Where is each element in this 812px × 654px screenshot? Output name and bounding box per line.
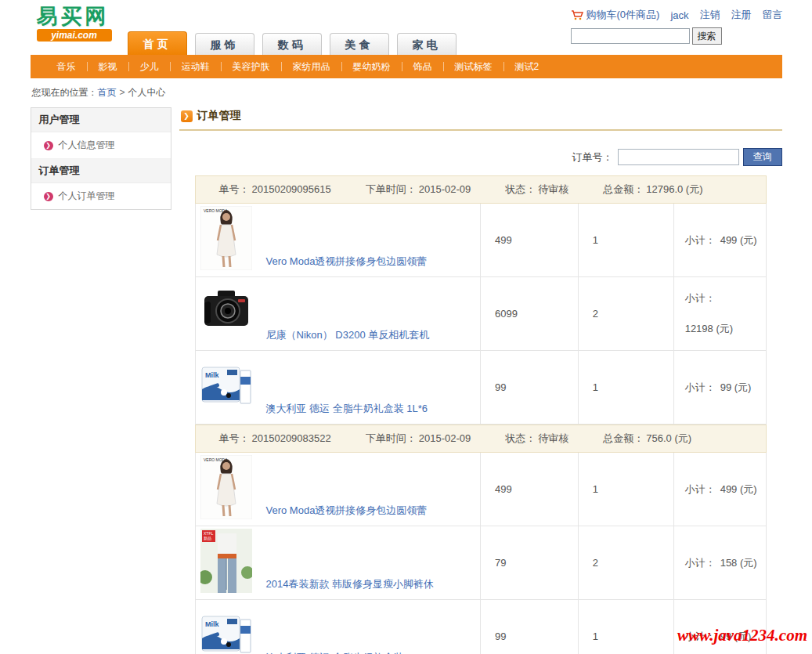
- order-header: 单号：20150209083522 下单时间：2015-02-09 状态：待审核…: [195, 425, 767, 453]
- tab-clothing[interactable]: 服饰: [195, 33, 254, 55]
- subtotal-cell: 小计：499 (元): [674, 453, 767, 526]
- tab-digital[interactable]: 数码: [262, 33, 322, 55]
- product-image-camera[interactable]: [200, 280, 252, 344]
- order-block: 单号：20150209083522 下单时间：2015-02-09 状态：待审核…: [195, 425, 767, 654]
- sidebar-item-label: 个人信息管理: [59, 139, 115, 152]
- tab-home[interactable]: 首页: [128, 31, 187, 55]
- top-links: 购物车(0件商品) jack 注销 注册 留言: [571, 8, 782, 22]
- product-link[interactable]: 澳大利亚 德运 全脂牛奶礼盒装 1L*6: [266, 651, 428, 654]
- subnav-item-textile[interactable]: 家纺用品: [282, 60, 341, 74]
- query-button[interactable]: 查询: [743, 148, 782, 166]
- product-image-milk[interactable]: Milk: [200, 353, 252, 417]
- product-cell: XTFL 新品 2014春装新款 韩版修身显瘦小脚裤休: [196, 526, 481, 599]
- subnav-item-kids[interactable]: 少儿: [129, 60, 170, 74]
- order-no: 单号：20150209083522: [219, 432, 331, 446]
- search-button[interactable]: 搜索: [692, 27, 722, 45]
- sidebar-item-label: 个人订单管理: [59, 190, 115, 203]
- svg-text:新品: 新品: [204, 536, 211, 540]
- cart-icon: [571, 9, 583, 20]
- search-input[interactable]: [571, 28, 690, 44]
- logout-link[interactable]: 注销: [700, 8, 720, 22]
- product-link[interactable]: Vero Moda透视拼接修身包边圆领蕾: [266, 255, 428, 270]
- message-link[interactable]: 留言: [763, 8, 783, 22]
- username-link[interactable]: jack: [670, 9, 688, 21]
- breadcrumb-home-link[interactable]: 首页: [98, 87, 117, 98]
- subnav-item-music[interactable]: 音乐: [46, 60, 87, 74]
- search-row: 搜索: [571, 27, 782, 45]
- product-image-dress[interactable]: VERO MODA: [200, 455, 252, 519]
- orders-list: 单号：20150209095615 下单时间：2015-02-09 状态：待审核…: [195, 175, 767, 654]
- cart-link[interactable]: 购物车(0件商品): [571, 8, 660, 22]
- svg-text:Milk: Milk: [205, 620, 219, 628]
- product-image-milk[interactable]: Milk: [200, 602, 252, 654]
- tab-appliance[interactable]: 家电: [397, 33, 457, 55]
- price-cell: 6099: [481, 277, 579, 350]
- quantity-cell: 1: [579, 453, 674, 526]
- watermark: www.java1234.com: [677, 626, 807, 645]
- tab-food[interactable]: 美食: [330, 33, 389, 55]
- subnav-item-test2[interactable]: 测试2: [504, 60, 550, 74]
- subnav-item-accessory[interactable]: 饰品: [402, 60, 443, 74]
- product-image-jeans[interactable]: XTFL 新品: [200, 529, 252, 593]
- order-no: 单号：20150209095615: [219, 182, 331, 197]
- product-link[interactable]: 2014春装新款 韩版修身显瘦小脚裤休: [266, 577, 435, 593]
- product-cell: Milk: [196, 600, 481, 654]
- price-cell: 499: [481, 453, 579, 526]
- price-cell: 99: [481, 600, 579, 654]
- sidebar-item-personal-info[interactable]: ❯ 个人信息管理: [31, 132, 171, 159]
- subnav-item-beauty[interactable]: 美容护肤: [222, 60, 281, 74]
- product-link[interactable]: 尼康（Nikon） D3200 单反相机套机: [266, 328, 430, 344]
- sidebar-item-personal-orders[interactable]: ❯ 个人订单管理: [31, 183, 171, 209]
- subtotal-cell: 小计：499 (元): [674, 204, 767, 276]
- table-row: VERO MODA Vero Moda透视拼接修身包边圆领蕾: [196, 204, 767, 277]
- subnav-item-video[interactable]: 影视: [88, 60, 128, 74]
- subnav-item-testtag[interactable]: 测试标签: [444, 60, 503, 74]
- breadcrumb: 您现在的位置：首页>个人中心: [31, 78, 782, 106]
- table-row: Milk: [196, 351, 767, 425]
- subtotal-cell: 小计：99 (元): [674, 351, 767, 424]
- sidebar-section-user: 用户管理: [31, 108, 171, 132]
- sidebar-section-order: 订单管理: [31, 159, 171, 183]
- table-row: XTFL 新品 2014春装新款 韩版修身显瘦小脚裤休 79 2 小计：158 …: [196, 526, 767, 600]
- main-tabs: 首页 服饰 数码 美食 家电: [128, 31, 457, 55]
- quantity-cell: 1: [579, 204, 674, 276]
- main-panel: ❯ 订单管理 订单号： 查询 单号：20150209095615 下单时间：20…: [179, 106, 782, 654]
- product-cell: VERO MODA Vero Moda透视拼接修身包边圆领蕾: [196, 453, 481, 526]
- order-date: 下单时间：2015-02-09: [366, 432, 471, 446]
- subtotal-cell: 小计：158 (元): [674, 526, 767, 599]
- table-row: VERO MODA Vero Moda透视拼接修身包边圆领蕾: [196, 453, 767, 526]
- quantity-cell: 1: [579, 600, 674, 654]
- site-header: 易买网 yimai.com 购物车(0件商品) jack 注销: [31, 0, 782, 55]
- register-link[interactable]: 注册: [731, 8, 752, 22]
- order-items: VERO MODA Vero Moda透视拼接修身包边圆领蕾: [195, 204, 767, 425]
- subnav-item-milkpowder[interactable]: 婴幼奶粉: [342, 60, 402, 74]
- breadcrumb-separator: >: [120, 87, 125, 98]
- breadcrumb-current: 个人中心: [128, 87, 166, 98]
- logo-text: 易买网: [37, 5, 115, 28]
- price-cell: 79: [481, 526, 579, 599]
- order-status: 状态：待审核: [505, 432, 568, 446]
- order-number-input[interactable]: [618, 149, 739, 165]
- table-row: 尼康（Nikon） D3200 单反相机套机 6099 2 小计：12198 (…: [196, 277, 767, 351]
- sub-nav: 音乐 影视 少儿 运动鞋 美容护肤 家纺用品 婴幼奶粉 饰品 测试标签 测试2: [31, 55, 782, 78]
- page-title-text: 订单管理: [197, 109, 241, 123]
- order-header: 单号：20150209095615 下单时间：2015-02-09 状态：待审核…: [195, 175, 767, 204]
- arrow-icon: ❯: [44, 141, 53, 150]
- site-logo[interactable]: 易买网 yimai.com: [37, 5, 115, 42]
- subtotal-cell: 小计：12198 (元): [674, 277, 767, 350]
- quantity-cell: 1: [579, 351, 674, 424]
- page-container: 易买网 yimai.com 购物车(0件商品) jack 注销: [31, 0, 782, 654]
- order-query-row: 订单号： 查询: [179, 148, 782, 166]
- product-image-dress[interactable]: VERO MODA: [200, 206, 252, 270]
- order-total: 总金额：756.0 (元): [603, 432, 691, 446]
- product-link[interactable]: 澳大利亚 德运 全脂牛奶礼盒装 1L*6: [266, 402, 428, 417]
- quantity-cell: 2: [579, 526, 674, 599]
- cart-label: 购物车(0件商品): [586, 8, 660, 22]
- product-link[interactable]: Vero Moda透视拼接修身包边圆领蕾: [266, 504, 428, 519]
- content: 用户管理 ❯ 个人信息管理 订单管理 ❯ 个人订单管理 ❯ 订单管理 订单号： …: [31, 106, 782, 654]
- subnav-item-shoes[interactable]: 运动鞋: [171, 60, 221, 74]
- price-cell: 99: [481, 351, 579, 424]
- page-title: ❯ 订单管理: [179, 107, 782, 131]
- svg-text:Milk: Milk: [205, 371, 219, 379]
- order-query-label: 订单号：: [572, 150, 613, 164]
